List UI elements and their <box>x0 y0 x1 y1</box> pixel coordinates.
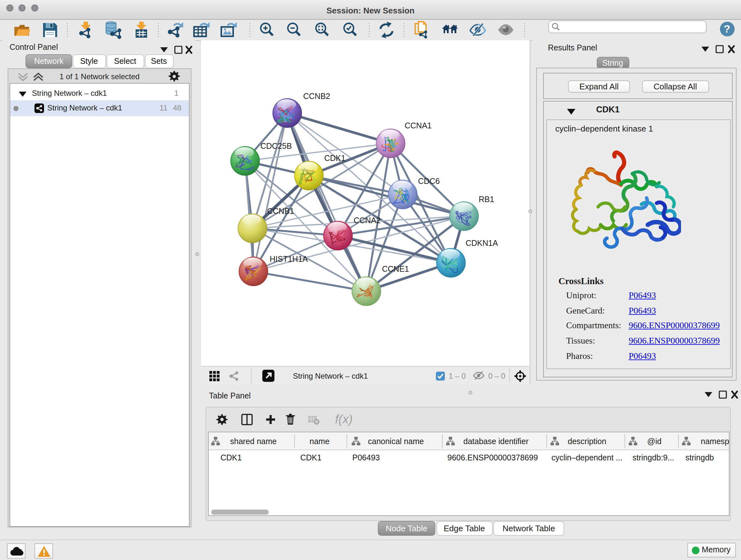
svg-text:CCNA1: CCNA1 <box>405 121 432 130</box>
svg-text:description: description <box>568 437 606 446</box>
svg-text:CCNE1: CCNE1 <box>382 264 409 273</box>
svg-text:namespac: namespac <box>701 437 730 446</box>
svg-text:CCNA2: CCNA2 <box>354 216 381 225</box>
svg-text:CDC25B: CDC25B <box>260 141 292 150</box>
svg-text:CDC6: CDC6 <box>418 177 440 186</box>
svg-text:RB1: RB1 <box>479 195 494 204</box>
svg-text:CCNB1: CCNB1 <box>267 206 294 215</box>
svg-text:CDK1: CDK1 <box>324 153 346 163</box>
svg-text:@id: @id <box>647 437 662 446</box>
svg-text:f(x): f(x) <box>335 412 352 426</box>
svg-text:canonical name: canonical name <box>368 437 424 446</box>
svg-text:name: name <box>310 437 330 446</box>
svg-text:CDKN1A: CDKN1A <box>466 239 498 247</box>
svg-text:HIST1H1A: HIST1H1A <box>270 254 308 263</box>
svg-text:database identifier: database identifier <box>463 437 529 446</box>
svg-text:shared name: shared name <box>230 437 277 446</box>
svg-text:CCNB2: CCNB2 <box>303 91 330 101</box>
